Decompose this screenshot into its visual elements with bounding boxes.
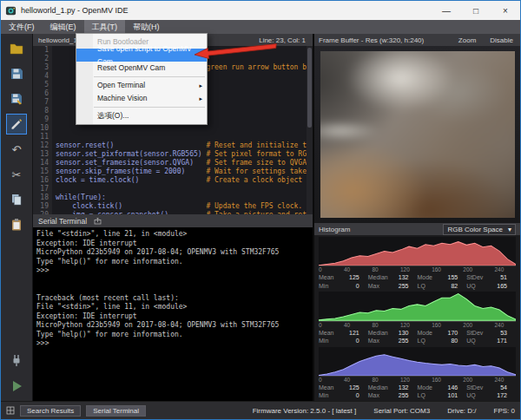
serial-terminal[interactable]: File "<stdin>", line 21, in <module>Exce…: [33, 227, 313, 401]
histogram-header: Histogram RGB Color Space ▾: [314, 223, 520, 235]
app-icon: [5, 5, 16, 16]
drive: Drive: D:/: [447, 407, 476, 415]
terminal-line: MicroPython d23b5949 on 2017-08-04; OPEN…: [36, 248, 309, 258]
status-bar: Search Results Serial Terminal Firmware …: [1, 401, 520, 419]
terminal-line: >>>: [36, 266, 309, 276]
frame-buffer: [314, 46, 520, 223]
terminal-line: File "<stdin>", line 11, in <module>: [36, 303, 309, 312]
histogram-title: Histogram: [319, 226, 350, 233]
terminal-line: >>>: [36, 339, 309, 349]
save-file-icon[interactable]: [7, 64, 26, 83]
menubar: 文件(F)编辑(E)工具(T)帮助(H): [1, 20, 520, 34]
firmware-version: Firmware Version: 2.5.0 - [ latest ]: [253, 407, 357, 415]
paste-icon[interactable]: [7, 215, 26, 234]
menu-item-open-terminal[interactable]: Open Terminal▸: [76, 79, 207, 92]
start-icon[interactable]: [7, 377, 26, 396]
code-line-11[interactable]: 11: [33, 133, 313, 141]
terminal-line: [36, 285, 309, 294]
menu-item-save-script-to-cam[interactable]: Save open script to OpenMV Cam: [76, 49, 207, 62]
copy-icon[interactable]: [7, 190, 26, 209]
code-line-20[interactable]: 20 img = sensor.snapshot() # Take a pict…: [33, 211, 313, 214]
menu-help[interactable]: 帮助(H): [125, 20, 168, 34]
terminal-line: [36, 276, 309, 285]
menu-tools[interactable]: 工具(T): [84, 20, 126, 34]
frame-buffer-image: [320, 51, 515, 218]
colorspace-value: RGB Color Space: [447, 225, 503, 234]
title-bar: helloworld_1.py - OpenMV IDE — □ ×: [1, 1, 520, 20]
code-line-14[interactable]: 14sensor.set_framesize(sensor.QVGA) # Se…: [33, 159, 313, 167]
minimize-button[interactable]: —: [432, 1, 461, 20]
close-button[interactable]: ×: [491, 1, 520, 20]
terminal-line: Type "help()" for more information.: [36, 258, 309, 267]
tab-search-results[interactable]: Search Results: [20, 405, 81, 417]
menu-item-machine-vision[interactable]: Machine Vision▸: [76, 92, 207, 105]
scrollbar-thumb[interactable]: [307, 48, 312, 128]
code-line-16[interactable]: 16clock = time.clock() # Create a clock …: [33, 176, 313, 185]
cut-icon[interactable]: ✂: [7, 165, 26, 184]
colorspace-dropdown[interactable]: RGB Color Space ▾: [443, 224, 516, 235]
zoom-button[interactable]: Zoom: [456, 36, 478, 44]
right-pane: Frame Buffer - Res (w:320, h:240) Zoom D…: [314, 34, 520, 401]
left-toolbar: ↶ ✂: [1, 34, 33, 401]
code-line-10[interactable]: 10: [33, 124, 313, 133]
terminal-line: Traceback (most recent call last):: [36, 294, 309, 304]
maximize-button[interactable]: □: [461, 1, 491, 20]
code-line-18[interactable]: 18while(True):: [33, 194, 313, 202]
serial-port: Serial Port: COM3: [373, 407, 430, 415]
chevron-down-icon: ▾: [508, 225, 511, 234]
popout-icon[interactable]: [94, 217, 102, 225]
terminal-line: Type "help()" for more information.: [36, 331, 309, 340]
frame-buffer-header: Frame Buffer - Res (w:320, h:240) Zoom D…: [314, 34, 520, 46]
tab-serial-terminal[interactable]: Serial Terminal: [86, 405, 146, 417]
serial-terminal-title: Serial Terminal: [38, 217, 87, 226]
submenu-arrow-icon: ▸: [199, 79, 202, 92]
menu-edit[interactable]: 编辑(E): [43, 20, 84, 34]
frame-buffer-title: Frame Buffer - Res (w:320, h:240): [319, 36, 424, 44]
terminal-line: Exception: IDE interrupt: [36, 312, 309, 322]
cursor-position: Line: 23, Col: 1: [259, 36, 306, 44]
serial-terminal-header: Serial Terminal: [33, 214, 313, 227]
window-title: helloworld_1.py - OpenMV IDE: [21, 6, 432, 15]
submenu-arrow-icon: ▸: [199, 92, 202, 105]
menu-file[interactable]: 文件(F): [1, 20, 43, 34]
menu-separator: [94, 76, 205, 77]
save-as-icon[interactable]: [7, 89, 26, 108]
panel-layout-icon[interactable]: [6, 406, 15, 415]
histogram-blue: 04080120160200240Mean125Median132Mode146…: [319, 347, 516, 400]
editor-scrollbar[interactable]: [307, 46, 313, 214]
menu-item-reset-cam[interactable]: Reset OpenMV Cam: [76, 62, 207, 75]
menu-item-options[interactable]: 选项(O)...: [76, 109, 207, 122]
code-line-19[interactable]: 19 clock.tick() # Update the FPS clock.: [33, 202, 313, 211]
terminal-line: MicroPython d23b5949 on 2017-08-04; OPEN…: [36, 321, 309, 331]
terminal-line: File "<stdin>", line 21, in <module>: [36, 230, 309, 240]
fps: FPS: 0: [494, 407, 515, 415]
code-line-13[interactable]: 13sensor.set_pixformat(sensor.RGB565) # …: [33, 150, 313, 159]
code-line-12[interactable]: 12sensor.reset() # Reset and initialize …: [33, 141, 313, 150]
undo-icon[interactable]: ↶: [7, 140, 26, 159]
code-line-17[interactable]: 17: [33, 185, 313, 194]
disable-button[interactable]: Disable: [487, 36, 516, 44]
histograms: 04080120160200240Mean125Median132Mode155…: [314, 235, 520, 401]
menu-separator: [94, 107, 205, 108]
histogram-green: 04080120160200240Mean121Median130Mode170…: [319, 292, 516, 345]
histogram-red: 04080120160200240Mean125Median132Mode155…: [319, 237, 516, 290]
tools-menu-popup: Run Bootloader Save open script to OpenM…: [76, 33, 208, 125]
edit-icon[interactable]: [7, 115, 26, 134]
terminal-line: Exception: IDE interrupt: [36, 240, 309, 249]
openmv-ide-window: helloworld_1.py - OpenMV IDE — □ × 文件(F)…: [0, 0, 521, 420]
open-file-icon[interactable]: [7, 39, 26, 58]
code-line-15[interactable]: 15sensor.skip_frames(time = 2000) # Wait…: [33, 167, 313, 176]
terminal-output: File "<stdin>", line 21, in <module>Exce…: [36, 230, 309, 349]
connect-icon[interactable]: [7, 351, 26, 370]
